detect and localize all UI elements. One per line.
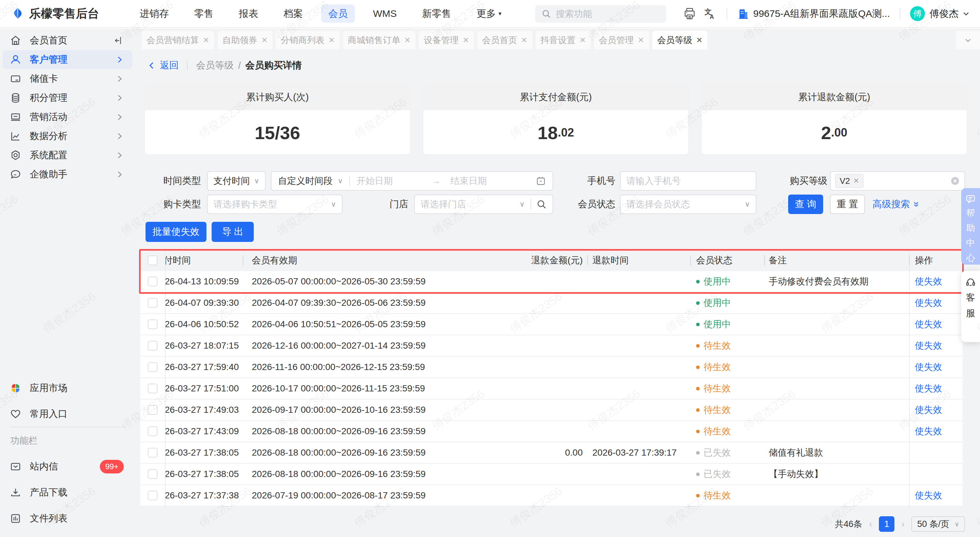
invalidate-link[interactable]: 使失效 (915, 361, 942, 373)
row-checkbox[interactable] (148, 319, 158, 329)
invalidate-link[interactable]: 使失效 (915, 339, 942, 352)
tabs-dropdown-button[interactable] (956, 31, 980, 49)
level-tag-remove-icon[interactable]: ✕ (853, 177, 859, 185)
sidebar-item-积分管理[interactable]: 积分管理 (3, 89, 132, 107)
cell-refund-amount (533, 464, 587, 484)
cell-action: 使失效 (909, 271, 963, 292)
phone-input[interactable]: 请输入手机号 (620, 171, 756, 191)
row-checkbox[interactable] (148, 298, 158, 308)
translate-icon[interactable]: 文A (703, 6, 717, 21)
date-range-picker[interactable]: 自定义时间段 ∨ 开始日期 → 结束日期 (271, 171, 553, 191)
prev-page-button[interactable]: ‹ (866, 519, 875, 529)
user-menu-chevron-icon[interactable] (962, 10, 970, 18)
topnav-更多[interactable]: 更多▾ (469, 5, 509, 23)
company-switcher[interactable]: 99675-A组新界面果蔬版QA测... (737, 7, 890, 21)
back-button[interactable]: 返回 (148, 59, 178, 72)
sidebar-item-会员首页[interactable]: 会员首页 (3, 31, 132, 50)
sidebar-item-label: 会员首页 (30, 34, 114, 47)
member-status-select[interactable]: 请选择会员状态 ∨ (620, 194, 756, 214)
topnav-WMS[interactable]: WMS (366, 5, 404, 23)
invalidate-link[interactable]: 使失效 (915, 404, 942, 416)
tab-close-icon[interactable]: ✕ (404, 36, 410, 45)
tab-close-icon[interactable]: ✕ (579, 36, 586, 45)
search-button[interactable]: 查 询 (788, 194, 823, 214)
clear-select-icon[interactable] (950, 176, 960, 186)
time-type-select[interactable]: 支付时间 ∨ (207, 171, 266, 191)
topnav-新零售[interactable]: 新零售 (415, 5, 458, 23)
row-checkbox[interactable] (148, 426, 158, 436)
store-search-icon[interactable] (536, 199, 547, 209)
cell-remark (764, 314, 909, 335)
page-size-select[interactable]: 50 条/页 ∨ (911, 516, 965, 532)
topnav-档案[interactable]: 档案 (277, 5, 310, 23)
row-checkbox[interactable] (148, 448, 158, 457)
invalidate-link[interactable]: 使失效 (915, 318, 942, 330)
sidebar-item-应用市场[interactable]: 应用市场 (3, 379, 132, 398)
tab-自助领券[interactable]: 自助领券✕ (218, 31, 272, 49)
invalidate-link[interactable]: 使失效 (915, 489, 942, 502)
top-search[interactable]: 搜索功能 (535, 5, 666, 23)
invalidate-link[interactable]: 使失效 (915, 297, 942, 309)
row-checkbox[interactable] (148, 405, 158, 415)
printer-icon[interactable] (682, 6, 697, 21)
sidebar-item-企微助手[interactable]: 企微助手 (3, 165, 132, 184)
cell-refund-amount (533, 400, 587, 420)
tab-抖音设置[interactable]: 抖音设置✕ (536, 31, 591, 49)
cell-remark (764, 335, 909, 356)
store-select[interactable]: 请选择门店 ∨ (414, 194, 553, 214)
avatar[interactable]: 傅 (910, 6, 925, 21)
invalidate-link[interactable]: 使失效 (915, 425, 942, 437)
topnav-零售[interactable]: 零售 (187, 5, 221, 23)
tab-close-icon[interactable]: ✕ (521, 36, 528, 45)
start-date-input[interactable]: 开始日期 (356, 175, 393, 187)
topnav-进销存[interactable]: 进销存 (132, 5, 176, 23)
export-button[interactable]: 导 出 (212, 222, 254, 242)
row-checkbox[interactable] (148, 277, 158, 286)
invalidate-link[interactable]: 使失效 (915, 382, 942, 395)
advanced-search-link[interactable]: 高级搜索 (872, 194, 920, 214)
end-date-input[interactable]: 结束日期 (450, 175, 487, 187)
tab-商城销售订单[interactable]: 商城销售订单✕ (343, 31, 415, 49)
tab-close-icon[interactable]: ✕ (261, 36, 268, 45)
row-checkbox[interactable] (148, 362, 158, 372)
next-page-button[interactable]: › (898, 519, 907, 529)
sidebar-item-常用入口[interactable]: 常用入口 (3, 405, 132, 424)
reset-button[interactable]: 重 置 (830, 194, 865, 214)
customer-service-tab[interactable]: 客服 (961, 271, 980, 342)
topnav-报表[interactable]: 报表 (232, 5, 266, 23)
collapse-sidebar-icon[interactable] (114, 36, 124, 45)
tab-会员管理[interactable]: 会员管理✕ (594, 31, 649, 49)
bulk-invalidate-button[interactable]: 批量使失效 (145, 222, 207, 242)
tab-close-icon[interactable]: ✕ (463, 36, 469, 45)
current-page[interactable]: 1 (879, 516, 894, 532)
sidebar-item-数据分析[interactable]: 数据分析 (3, 127, 132, 146)
purchase-level-select[interactable]: V2 ✕ (830, 171, 965, 191)
cell-validity: 2026-04-07 09:39:30~2026-05-06 23:59:59 (243, 293, 533, 313)
select-all-checkbox[interactable] (148, 255, 158, 265)
row-checkbox[interactable] (148, 341, 158, 351)
tab-设备管理[interactable]: 设备管理✕ (419, 31, 474, 49)
invalidate-link[interactable]: 使失效 (915, 275, 942, 288)
sidebar-item-站内信[interactable]: 站内信99+ (3, 457, 132, 476)
tab-会员首页[interactable]: 会员首页✕ (477, 31, 533, 49)
breadcrumb-parent[interactable]: 会员等级 (196, 59, 234, 72)
tab-close-icon[interactable]: ✕ (638, 36, 644, 45)
tab-close-icon[interactable]: ✕ (203, 36, 209, 45)
row-checkbox[interactable] (148, 384, 158, 394)
sidebar-item-客户管理[interactable]: 客户管理 (3, 50, 132, 69)
card-type-select[interactable]: 请选择购卡类型 ∨ (207, 194, 342, 214)
help-center-tab[interactable]: 帮助中心 (961, 188, 980, 265)
tab-会员营销结算[interactable]: 会员营销结算✕ (142, 31, 214, 49)
sidebar-item-文件列表[interactable]: 文件列表 (3, 509, 132, 528)
row-checkbox[interactable] (148, 491, 158, 500)
sidebar-item-产品下载[interactable]: 产品下载 (3, 483, 132, 502)
tab-会员等级[interactable]: 会员等级✕ (652, 31, 708, 49)
tab-close-icon[interactable]: ✕ (328, 36, 335, 45)
tab-分销商列表[interactable]: 分销商列表✕ (276, 31, 340, 49)
tab-close-icon[interactable]: ✕ (696, 36, 703, 45)
sidebar-item-储值卡[interactable]: 储值卡 (3, 69, 132, 88)
row-checkbox[interactable] (148, 469, 158, 479)
sidebar-item-营销活动[interactable]: 营销活动 (3, 108, 132, 126)
topnav-会员[interactable]: 会员 (321, 5, 355, 23)
sidebar-item-系统配置[interactable]: 系统配置 (3, 146, 132, 165)
